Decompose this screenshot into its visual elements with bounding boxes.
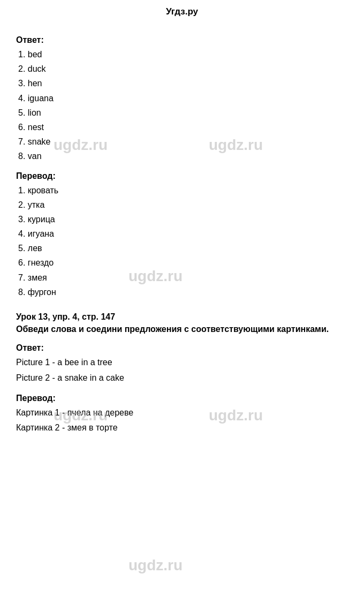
watermark: ugdz.ru xyxy=(128,557,183,574)
translation-section: Перевод: 1. кровать 2. утка 3. курица 4.… xyxy=(16,171,348,300)
list-item: 4. iguana xyxy=(18,91,348,105)
list-item: 1. кровать xyxy=(18,183,348,198)
answer-list: 1. bed 2. duck 3. hen 4. iguana 5. lion … xyxy=(16,47,348,164)
list-item: 4. игуана xyxy=(18,226,348,241)
lesson-answer-list: Picture 1 - a bee in a tree Picture 2 - … xyxy=(16,355,348,386)
lesson-heading: Урок 13, упр. 4, стр. 147 xyxy=(16,312,348,322)
lesson-translation-list: Картинка 1 - пчела на дереве Картинка 2 … xyxy=(16,405,348,436)
list-item: 6. гнездо xyxy=(18,255,348,270)
list-item: 5. lion xyxy=(18,105,348,120)
page-title: Угдз.ру xyxy=(0,0,364,22)
list-item: 7. snake xyxy=(18,134,348,149)
lesson-task: Обведи слова и соедини предложения с соо… xyxy=(16,323,348,336)
list-item: 8. фургон xyxy=(18,285,348,299)
answer-line: Picture 1 - a bee in a tree xyxy=(16,355,348,371)
list-item: 2. утка xyxy=(18,198,348,212)
list-item: 1. bed xyxy=(18,47,348,62)
translation-label: Перевод: xyxy=(16,171,348,181)
answer-section: Ответ: 1. bed 2. duck 3. hen 4. iguana 5… xyxy=(16,35,348,164)
translation-line: Картинка 2 - змея в торте xyxy=(16,420,348,436)
answer-label: Ответ: xyxy=(16,35,348,45)
list-item: 6. nest xyxy=(18,120,348,134)
list-item: 3. hen xyxy=(18,76,348,90)
lesson-answer-label: Ответ: xyxy=(16,343,348,353)
lesson-section: Урок 13, упр. 4, стр. 147 Обведи слова и… xyxy=(16,312,348,436)
answer-line: Picture 2 - a snake in a cake xyxy=(16,371,348,386)
lesson-translation-label: Перевод: xyxy=(16,394,348,403)
list-item: 7. змея xyxy=(18,270,348,285)
list-item: 5. лев xyxy=(18,241,348,255)
list-item: 8. van xyxy=(18,149,348,163)
list-item: 2. duck xyxy=(18,62,348,76)
translation-line: Картинка 1 - пчела на дереве xyxy=(16,405,348,421)
list-item: 3. курица xyxy=(18,212,348,226)
translation-list: 1. кровать 2. утка 3. курица 4. игуана 5… xyxy=(16,183,348,300)
